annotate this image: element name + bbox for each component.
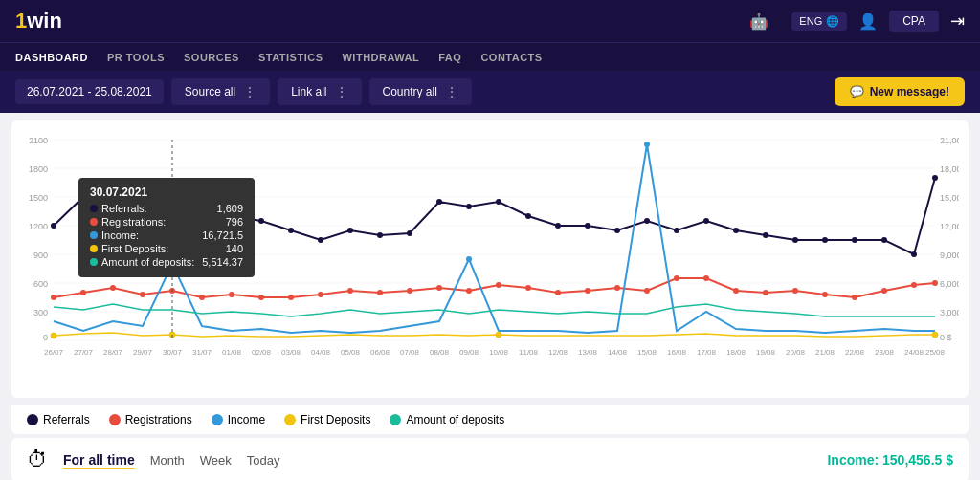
svg-text:900: 900: [33, 251, 48, 260]
link-filter[interactable]: Link all ⋮: [278, 78, 361, 105]
svg-text:15,000 $: 15,000 $: [940, 193, 959, 203]
for-all-time-label[interactable]: For all time: [63, 452, 135, 468]
lang-label: ENG: [799, 15, 822, 27]
svg-point-85: [932, 175, 938, 181]
first-deposits-line: [54, 333, 935, 337]
chart-tooltip: 30.07.2021 Referrals: 1,609 Registration…: [78, 178, 255, 277]
legend-amount-deposits-label: Amount of deposits: [406, 413, 504, 426]
svg-text:01/08: 01/08: [222, 348, 242, 357]
svg-point-111: [792, 288, 798, 294]
svg-point-114: [881, 288, 887, 294]
svg-text:9,000 $: 9,000 $: [940, 251, 959, 260]
svg-text:3,000 $: 3,000 $: [940, 308, 959, 317]
svg-point-123: [932, 332, 938, 338]
legend-income-dot: [212, 414, 223, 425]
amount-deposits-line: [54, 304, 935, 316]
svg-point-68: [436, 199, 442, 205]
svg-point-102: [525, 285, 531, 291]
tooltip-first-deposits: First Deposits: 140: [90, 243, 243, 254]
legend-amount-deposits-dot: [390, 414, 401, 425]
svg-text:0 $: 0 $: [940, 333, 952, 342]
legend-income: Income: [212, 413, 265, 426]
svg-text:03/08: 03/08: [281, 348, 301, 357]
svg-text:06/08: 06/08: [370, 348, 390, 357]
android-icon[interactable]: 🤖: [749, 12, 768, 31]
svg-point-78: [733, 228, 739, 233]
svg-text:11/08: 11/08: [519, 348, 539, 357]
svg-point-89: [140, 292, 145, 297]
new-message-button[interactable]: 💬 New message!: [835, 77, 965, 106]
nav-statistics[interactable]: STATISTICS: [258, 52, 323, 63]
svg-point-99: [436, 285, 442, 291]
nav-dashboard[interactable]: DASHBOARD: [15, 52, 88, 63]
nav-withdrawal[interactable]: WITHDRAWAL: [342, 52, 419, 63]
country-filter[interactable]: Country all ⋮: [369, 78, 472, 105]
source-filter[interactable]: Source all ⋮: [171, 78, 270, 105]
svg-point-120: [51, 333, 56, 338]
legend-referrals-dot: [27, 414, 38, 425]
toolbar: 26.07.2021 - 25.08.2021 Source all ⋮ Lin…: [0, 71, 980, 113]
svg-text:18/08: 18/08: [726, 348, 746, 357]
svg-text:10/08: 10/08: [489, 348, 509, 357]
nav-pr-tools[interactable]: PR TOOLS: [107, 52, 165, 63]
svg-text:04/08: 04/08: [311, 348, 331, 357]
source-filter-label: Source all: [185, 85, 235, 98]
svg-point-64: [318, 237, 323, 243]
svg-point-115: [911, 282, 917, 288]
svg-point-63: [288, 228, 294, 233]
chart-container: 30.07.2021 Referrals: 1,609 Registration…: [11, 120, 969, 398]
country-filter-label: Country all: [383, 85, 437, 98]
svg-point-84: [911, 251, 917, 257]
svg-point-69: [466, 204, 472, 209]
clock-icon: ⏱: [27, 447, 48, 472]
svg-text:13/08: 13/08: [578, 348, 598, 357]
legend-income-label: Income: [228, 413, 265, 426]
svg-text:16/08: 16/08: [667, 348, 687, 357]
new-message-label: New message!: [870, 85, 949, 98]
week-filter[interactable]: Week: [200, 453, 232, 468]
legend-first-deposits-label: First Deposits: [301, 413, 370, 426]
legend-referrals: Referrals: [27, 413, 90, 426]
income-summary-label: Income: 150,456.5 $: [827, 452, 953, 468]
toolbar-filters: 26.07.2021 - 25.08.2021 Source all ⋮ Lin…: [15, 78, 472, 105]
header-right: 🤖 ENG 🌐 👤 CPA ⇥: [749, 11, 965, 32]
cpa-badge[interactable]: CPA: [889, 11, 939, 32]
svg-point-95: [318, 292, 323, 297]
logout-icon[interactable]: ⇥: [950, 11, 965, 32]
today-filter[interactable]: Today: [247, 453, 280, 468]
svg-text:27/07: 27/07: [74, 348, 94, 357]
legend-registrations: Registrations: [109, 413, 192, 426]
legend-registrations-label: Registrations: [125, 413, 192, 426]
svg-text:15/08: 15/08: [637, 348, 657, 357]
svg-point-103: [555, 290, 561, 295]
svg-text:07/08: 07/08: [400, 348, 420, 357]
svg-text:6,000 $: 6,000 $: [940, 279, 959, 289]
svg-point-101: [496, 282, 501, 288]
svg-text:25/08: 25/08: [925, 348, 946, 357]
nav-faq[interactable]: FAQ: [438, 52, 461, 63]
month-filter[interactable]: Month: [150, 453, 185, 468]
registrations-line: [54, 278, 935, 297]
source-filter-dots: ⋮: [243, 84, 256, 99]
svg-text:17/08: 17/08: [697, 348, 717, 357]
user-icon[interactable]: 👤: [858, 12, 878, 31]
svg-text:02/08: 02/08: [252, 348, 272, 357]
svg-point-107: [674, 275, 679, 281]
tooltip-date: 30.07.2021: [90, 185, 243, 199]
message-icon: 💬: [850, 85, 864, 98]
svg-point-91: [199, 295, 205, 300]
svg-point-105: [614, 285, 620, 291]
svg-point-83: [881, 237, 887, 243]
svg-point-118: [466, 256, 472, 262]
date-range-label: 26.07.2021 - 25.08.2021: [27, 85, 152, 98]
language-selector[interactable]: ENG 🌐: [791, 12, 847, 31]
svg-point-109: [733, 288, 739, 294]
nav-sources[interactable]: SOURCES: [184, 52, 239, 63]
svg-text:23/08: 23/08: [875, 348, 895, 357]
svg-point-80: [792, 237, 798, 243]
svg-point-92: [229, 292, 234, 297]
nav-contacts[interactable]: CONTACTS: [480, 52, 542, 63]
logo: 1win: [15, 9, 62, 33]
date-range[interactable]: 26.07.2021 - 25.08.2021: [15, 79, 164, 104]
svg-point-116: [932, 280, 938, 286]
